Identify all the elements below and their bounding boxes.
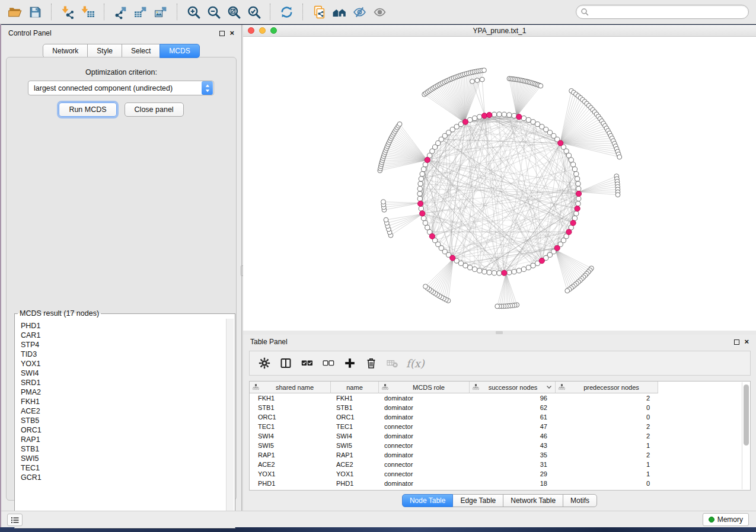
mcds-result-item[interactable]: FKH1	[21, 397, 225, 406]
ring-node[interactable]	[526, 117, 531, 122]
import-table-button[interactable]	[78, 2, 98, 21]
mcds-result-item[interactable]: PMA2	[21, 387, 225, 397]
mcds-node[interactable]	[425, 157, 430, 162]
ring-node[interactable]	[417, 196, 422, 201]
ring-node[interactable]	[492, 112, 496, 117]
mcds-node[interactable]	[487, 112, 492, 117]
mcds-result-item[interactable]: GCR1	[21, 473, 225, 482]
table-row[interactable]: SWI5SWI5connector431	[250, 441, 750, 450]
ring-node[interactable]	[423, 220, 428, 225]
ring-node[interactable]	[477, 268, 482, 273]
show-all-button[interactable]	[369, 2, 390, 21]
table-row[interactable]: YOX1YOX1connector291	[250, 469, 750, 479]
ring-node[interactable]	[472, 267, 477, 271]
leaf-node[interactable]	[381, 200, 386, 204]
export-network-button[interactable]	[110, 2, 130, 21]
open-file-button[interactable]	[5, 2, 25, 21]
mcds-node[interactable]	[417, 201, 423, 206]
mcds-result-item[interactable]: STP4	[21, 340, 225, 350]
clone-network-button[interactable]	[309, 2, 329, 21]
mcds-node[interactable]	[450, 255, 455, 261]
ring-node[interactable]	[576, 181, 580, 186]
ring-node[interactable]	[492, 271, 496, 275]
close-window-icon[interactable]	[248, 27, 254, 34]
delete-column-button[interactable]	[362, 354, 380, 372]
ring-node[interactable]	[477, 114, 482, 119]
ring-node[interactable]	[569, 158, 573, 162]
ring-node[interactable]	[425, 225, 430, 230]
float-panel-icon[interactable]	[219, 31, 225, 36]
import-network-button[interactable]	[58, 2, 78, 21]
table-scrollbar[interactable]	[742, 382, 750, 489]
mcds-result-item[interactable]: ACE2	[21, 406, 225, 416]
export-image-button[interactable]	[151, 2, 171, 21]
table-row[interactable]: ACE2ACE2connector311	[250, 460, 750, 469]
horizontal-splitter[interactable]	[243, 331, 756, 335]
ring-node[interactable]	[419, 177, 423, 181]
add-column-button[interactable]	[341, 354, 359, 372]
mcds-result-item[interactable]: SRD1	[21, 378, 225, 387]
minimize-window-icon[interactable]	[259, 27, 266, 34]
ring-node[interactable]	[521, 116, 526, 120]
leaf-node[interactable]	[480, 77, 484, 82]
ring-node[interactable]	[531, 263, 535, 268]
zoom-in-button[interactable]	[183, 2, 203, 21]
ring-node[interactable]	[421, 216, 426, 220]
mcds-result-item[interactable]: SWI4	[21, 368, 225, 378]
ring-node[interactable]	[531, 120, 535, 124]
mcds-result-list[interactable]: PHD1CAR1STP4TID3YOX1SWI4SRD1PMA2FKH1ACE2…	[16, 319, 225, 527]
leaf-node[interactable]	[565, 289, 570, 293]
column-header-shared-name[interactable]: shared name	[250, 382, 331, 393]
node-table[interactable]: shared namenameMCDS rolesuccessor nodesp…	[249, 381, 751, 491]
mcds-node[interactable]	[539, 258, 544, 264]
ring-node[interactable]	[512, 113, 516, 118]
ring-node[interactable]	[472, 116, 477, 120]
float-table-panel-icon[interactable]	[734, 339, 739, 345]
ring-node[interactable]	[468, 265, 473, 270]
ring-node[interactable]	[419, 206, 423, 211]
table-row[interactable]: STB1STB1dominator620	[250, 403, 750, 412]
tab-edge-table[interactable]: Edge Table	[452, 494, 503, 507]
ring-node[interactable]	[497, 112, 502, 117]
network-graph[interactable]	[243, 37, 756, 331]
table-scrollbar-thumb[interactable]	[744, 384, 749, 446]
mcds-result-item[interactable]: CAR1	[21, 331, 225, 340]
leaf-node[interactable]	[495, 304, 500, 309]
leaf-node[interactable]	[384, 217, 388, 222]
tab-motifs[interactable]: Motifs	[563, 494, 597, 507]
column-header-name[interactable]: name	[331, 382, 379, 393]
ring-node[interactable]	[576, 186, 581, 191]
optimization-criterion-dropdown[interactable]: largest connected component (undirected)	[28, 81, 214, 95]
mcds-node[interactable]	[481, 113, 487, 118]
tab-network[interactable]: Network	[43, 44, 88, 58]
mcds-node[interactable]	[558, 140, 563, 146]
ring-node[interactable]	[516, 268, 521, 273]
ring-node[interactable]	[487, 270, 492, 275]
leaf-node[interactable]	[475, 78, 480, 83]
mcds-node[interactable]	[502, 270, 507, 275]
mcds-node[interactable]	[566, 229, 572, 235]
search-input[interactable]	[589, 6, 748, 18]
zoom-selected-button[interactable]	[244, 2, 264, 21]
ring-node[interactable]	[463, 263, 468, 268]
ring-node[interactable]	[507, 270, 512, 275]
mcds-result-item[interactable]: TEC1	[21, 463, 225, 473]
ring-node[interactable]	[521, 267, 526, 271]
ring-node[interactable]	[526, 265, 531, 270]
close-panel-button[interactable]: Close panel	[125, 102, 184, 117]
zoom-out-button[interactable]	[203, 2, 224, 21]
mcds-node[interactable]	[575, 206, 580, 211]
ring-node[interactable]	[570, 162, 575, 167]
leaf-node[interactable]	[470, 79, 475, 84]
refresh-view-button[interactable]	[276, 2, 296, 21]
mcds-node[interactable]	[516, 114, 522, 120]
mcds-result-item[interactable]: YOX1	[21, 359, 225, 368]
mcds-list-scrollbar[interactable]	[226, 319, 234, 527]
memory-button[interactable]: Memory	[703, 513, 749, 526]
horizontal-splitter-handle[interactable]	[496, 331, 503, 334]
unselect-all-columns-button[interactable]	[320, 354, 337, 372]
table-row[interactable]: SWI4SWI4dominator462	[250, 431, 750, 441]
ring-node[interactable]	[502, 112, 506, 117]
save-session-button[interactable]	[25, 2, 45, 21]
mcds-node[interactable]	[420, 211, 425, 216]
